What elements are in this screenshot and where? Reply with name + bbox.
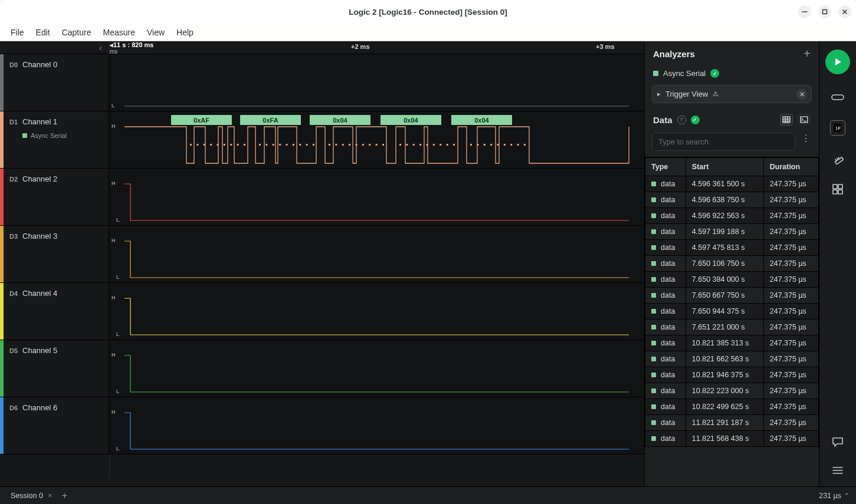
start-capture-button[interactable]	[825, 50, 850, 74]
feedback-icon[interactable]	[830, 434, 845, 450]
channel-row[interactable]: D1Channel 1Async Serial0xAF0xFA0x040x040…	[0, 111, 644, 169]
ruler-chevron-left-icon[interactable]: ‹	[99, 42, 102, 52]
svg-rect-21	[313, 144, 314, 146]
channel-waveform[interactable]: HL	[109, 340, 644, 397]
row-duration: 247.375 µs	[763, 399, 818, 415]
table-row[interactable]: data7.650 944 375 s247.375 µs	[645, 304, 819, 319]
menu-edit[interactable]: Edit	[31, 26, 55, 39]
table-row[interactable]: data10.821 385 313 s247.375 µs	[645, 335, 819, 351]
channel-waveform[interactable]: HL	[109, 226, 644, 282]
row-color-swatch	[651, 229, 656, 234]
row-duration: 247.375 µs	[763, 431, 818, 447]
channel-row[interactable]: D6Channel 6HL	[0, 397, 644, 454]
row-type: data	[661, 228, 675, 236]
row-color-swatch	[651, 245, 656, 250]
waveform-area[interactable]: ‹ ◂11 s : 820 ms ms +2 ms +3 ms D0Channe…	[0, 41, 645, 486]
channel-id: D3	[9, 233, 22, 240]
channel-waveform[interactable]: L	[109, 54, 644, 111]
table-view-button[interactable]	[780, 114, 793, 126]
table-row[interactable]: data4.596 638 750 s247.375 µs	[645, 192, 819, 208]
channel-waveform[interactable]: HL	[109, 283, 644, 340]
row-duration: 247.375 µs	[763, 256, 818, 272]
maximize-button[interactable]	[818, 5, 831, 18]
menubar: File Edit Capture Measure View Help	[0, 24, 856, 41]
channel-id: D2	[9, 176, 22, 183]
zoom-value: 231 µs	[819, 492, 841, 500]
device-settings-icon[interactable]	[830, 90, 845, 105]
time-ruler[interactable]: ‹ ◂11 s : 820 ms ms +2 ms +3 ms	[0, 41, 644, 54]
session-tab[interactable]: Session 0 ×	[7, 489, 56, 502]
channel-row[interactable]: D5Channel 5HL	[0, 340, 644, 397]
analyzers-rail-icon[interactable]: 1F	[830, 120, 845, 136]
table-row[interactable]: data7.650 384 000 s247.375 µs	[645, 272, 819, 288]
table-row[interactable]: data4.596 361 500 s247.375 µs	[645, 176, 819, 192]
svg-rect-33	[413, 144, 415, 146]
menu-measure[interactable]: Measure	[99, 26, 140, 39]
channel-waveform[interactable]: HL	[109, 169, 644, 225]
add-analyzer-button[interactable]: +	[803, 47, 811, 61]
svg-line-61	[835, 159, 837, 160]
channel-waveform[interactable]: HL	[109, 397, 644, 454]
analyzers-heading: Analyzers	[653, 49, 695, 59]
add-session-button[interactable]: +	[62, 490, 68, 502]
minimize-button[interactable]	[798, 5, 811, 18]
table-row[interactable]: data7.651 221 000 s247.375 µs	[645, 319, 819, 335]
remove-trigger-button[interactable]: ✕	[796, 89, 807, 100]
table-row[interactable]: data4.596 922 563 s247.375 µs	[645, 208, 819, 224]
data-table[interactable]: Type Start Duration data4.596 361 500 s2…	[645, 157, 819, 486]
chevron-up-icon: ⌃	[844, 492, 849, 499]
channel-row[interactable]: D3Channel 3HL	[0, 226, 644, 283]
zoom-indicator[interactable]: 231 µs ⌃	[819, 492, 849, 500]
analyzer-name: Async Serial	[663, 69, 706, 78]
svg-rect-13	[259, 144, 261, 146]
close-session-button[interactable]: ×	[48, 491, 53, 500]
table-row[interactable]: data10.821 946 375 s247.375 µs	[645, 367, 819, 383]
info-icon[interactable]: ?	[677, 116, 686, 124]
row-type: data	[661, 339, 675, 347]
table-row[interactable]: data11.821 568 438 s247.375 µs	[645, 431, 819, 447]
measurements-rail-icon[interactable]	[830, 151, 845, 166]
menu-file[interactable]: File	[6, 26, 29, 39]
table-row[interactable]: data7.650 106 750 s247.375 µs	[645, 256, 819, 272]
close-button[interactable]	[838, 5, 851, 18]
menu-help[interactable]: Help	[172, 26, 198, 39]
channel-id: D5	[9, 347, 22, 354]
menu-view[interactable]: View	[142, 26, 169, 39]
ruler-tick: +3 ms	[596, 43, 615, 50]
channel-waveform[interactable]: 0xAF0xFA0x040x040x04H	[109, 111, 644, 168]
data-options-button[interactable]: ⋮	[800, 133, 812, 151]
row-color-swatch	[651, 261, 656, 266]
svg-rect-16	[279, 144, 281, 146]
analyzer-item[interactable]: Async Serial ✓	[645, 64, 819, 79]
row-duration: 247.375 µs	[763, 288, 818, 304]
table-row[interactable]: data11.821 291 187 s247.375 µs	[645, 415, 819, 431]
col-type[interactable]: Type	[645, 158, 686, 176]
channel-id: D6	[9, 404, 22, 411]
footer-bar: Session 0 × + 231 µs ⌃	[0, 486, 856, 504]
table-row[interactable]: data4.597 475 813 s247.375 µs	[645, 240, 819, 256]
table-row[interactable]: data10.822 223 000 s247.375 µs	[645, 383, 819, 399]
svg-rect-14	[265, 144, 267, 146]
channel-row[interactable]: D2Channel 2HL	[0, 169, 644, 226]
main-menu-icon[interactable]	[830, 463, 845, 478]
trigger-view-row[interactable]: ▸ Trigger View ⚠ ✕	[652, 85, 812, 103]
menu-capture[interactable]: Capture	[57, 26, 96, 39]
channel-row[interactable]: D4Channel 4HL	[0, 283, 644, 340]
row-color-swatch	[651, 420, 656, 425]
table-row[interactable]: data7.650 667 750 s247.375 µs	[645, 288, 819, 304]
data-search-input[interactable]	[652, 133, 795, 151]
row-color-swatch	[651, 357, 656, 361]
row-duration: 247.375 µs	[763, 383, 818, 399]
table-row[interactable]: data10.821 662 563 s247.375 µs	[645, 351, 819, 367]
channel-row[interactable]: D0Channel 0L	[0, 54, 644, 111]
extensions-rail-icon[interactable]	[830, 182, 845, 197]
col-duration[interactable]: Duration	[763, 158, 818, 176]
terminal-view-button[interactable]	[798, 114, 811, 126]
table-row[interactable]: data4.597 199 188 s247.375 µs	[645, 224, 819, 240]
table-row[interactable]: data10.822 499 625 s247.375 µs	[645, 399, 819, 415]
col-start[interactable]: Start	[686, 158, 763, 176]
svg-rect-47	[517, 144, 519, 146]
row-duration: 247.375 µs	[763, 240, 818, 256]
row-duration: 247.375 µs	[763, 272, 818, 288]
channel-name: Channel 1	[22, 117, 57, 126]
